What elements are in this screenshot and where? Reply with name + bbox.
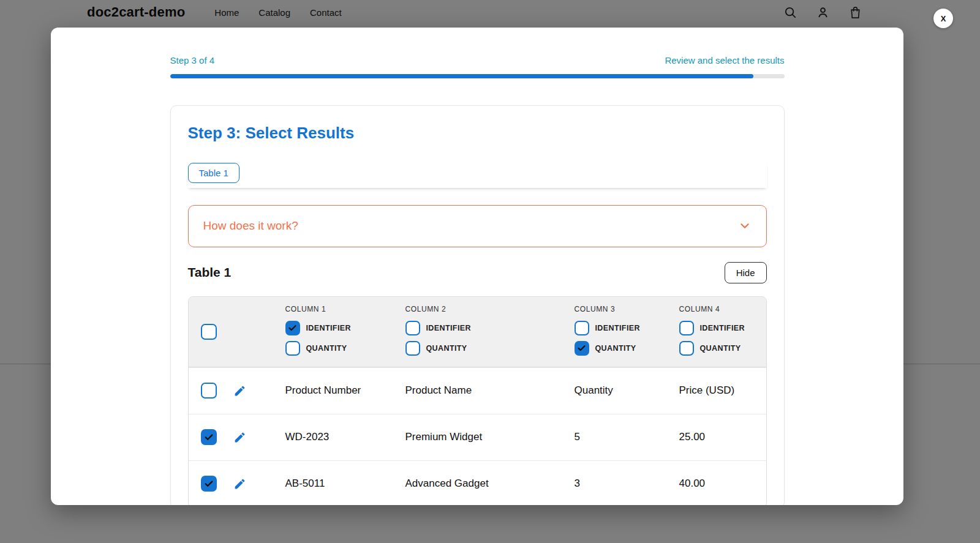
row-cell: Quantity	[575, 384, 679, 397]
row-cell: Advanced Gadget	[405, 477, 575, 490]
results-card: Step 3: Select Results Table 1 How does …	[170, 105, 785, 505]
row-select-checkbox[interactable]	[201, 383, 217, 399]
column-1-quantity-option[interactable]: QUANTITY	[285, 341, 405, 356]
identifier-label: IDENTIFIER	[700, 324, 745, 332]
table-row: WD-2023 Premium Widget 5 25.00	[189, 414, 766, 460]
quantity-label: QUANTITY	[700, 344, 741, 353]
modal: Step 3 of 4 Review and select the result…	[51, 28, 903, 505]
identifier-checkbox-col3[interactable]	[575, 321, 589, 335]
row-cell: Product Name	[405, 384, 575, 397]
table-head: COLUMN 1 IDENTIFIER QUANTITY COLUMN 2	[189, 297, 766, 367]
accordion-label: How does it work?	[203, 219, 298, 233]
table-header-row: Table 1 Hide	[188, 262, 767, 283]
column-4-quantity-option[interactable]: QUANTITY	[679, 341, 766, 356]
progress-header: Step 3 of 4 Review and select the result…	[170, 55, 785, 66]
table-row: Product Number Product Name Quantity Pri…	[189, 367, 766, 414]
row-cell: AB-5011	[285, 477, 405, 490]
edit-row-button[interactable]	[233, 384, 246, 397]
row-cell: WD-2023	[285, 431, 405, 443]
quantity-label: QUANTITY	[306, 344, 347, 353]
identifier-label: IDENTIFIER	[306, 324, 351, 332]
identifier-checkbox-col2[interactable]	[405, 321, 420, 335]
table-title: Table 1	[188, 265, 232, 280]
row-select-checkbox[interactable]	[201, 429, 217, 445]
column-3-header: COLUMN 3	[575, 305, 679, 313]
tab-strip: Table 1	[188, 163, 767, 188]
row-cell: 40.00	[679, 477, 766, 490]
how-it-works-accordion[interactable]: How does it work?	[188, 205, 767, 247]
row-cell: 3	[575, 477, 679, 490]
column-2-header: COLUMN 2	[405, 305, 575, 313]
column-3-quantity-option[interactable]: QUANTITY	[575, 341, 679, 356]
step-indicator: Step 3 of 4	[170, 55, 215, 66]
quantity-checkbox-col3[interactable]	[575, 341, 589, 356]
identifier-checkbox-col4[interactable]	[679, 321, 694, 335]
progress-fill	[170, 74, 754, 78]
tab-table-1[interactable]: Table 1	[188, 163, 239, 183]
column-4-identifier-option[interactable]: IDENTIFIER	[679, 321, 766, 335]
results-table: COLUMN 1 IDENTIFIER QUANTITY COLUMN 2	[188, 296, 767, 506]
row-select-checkbox[interactable]	[201, 476, 217, 492]
quantity-label: QUANTITY	[426, 344, 467, 353]
identifier-label: IDENTIFIER	[595, 324, 640, 332]
column-4-cell: COLUMN 4 IDENTIFIER QUANTITY	[679, 297, 766, 361]
select-all-checkbox[interactable]	[201, 324, 217, 340]
edit-row-button[interactable]	[233, 431, 246, 444]
column-2-cell: COLUMN 2 IDENTIFIER QUANTITY	[405, 297, 575, 361]
column-2-identifier-option[interactable]: IDENTIFIER	[405, 321, 575, 335]
column-1-header: COLUMN 1	[285, 305, 405, 313]
row-cell: 5	[575, 431, 679, 443]
column-1-identifier-option[interactable]: IDENTIFIER	[285, 321, 405, 335]
edit-row-button[interactable]	[233, 477, 246, 490]
row-cell: Product Number	[285, 384, 405, 397]
identifier-label: IDENTIFIER	[426, 324, 471, 332]
column-4-header: COLUMN 4	[679, 305, 766, 313]
column-3-identifier-option[interactable]: IDENTIFIER	[575, 321, 679, 335]
hide-button[interactable]: Hide	[725, 262, 767, 283]
row-cell: Price (USD)	[679, 384, 766, 397]
card-title: Step 3: Select Results	[188, 123, 767, 143]
quantity-checkbox-col4[interactable]	[679, 341, 694, 356]
quantity-checkbox-col2[interactable]	[405, 341, 420, 356]
column-1-cell: COLUMN 1 IDENTIFIER QUANTITY	[285, 297, 405, 361]
progress-bar	[170, 74, 785, 78]
column-2-quantity-option[interactable]: QUANTITY	[405, 341, 575, 356]
row-cell: 25.00	[679, 431, 766, 443]
column-3-cell: COLUMN 3 IDENTIFIER QUANTITY	[575, 297, 679, 361]
quantity-label: QUANTITY	[595, 344, 636, 353]
identifier-checkbox-col1[interactable]	[285, 321, 300, 335]
quantity-checkbox-col1[interactable]	[285, 341, 300, 356]
step-description: Review and select the results	[665, 55, 784, 66]
modal-close-button[interactable]: X	[933, 9, 953, 28]
chevron-down-icon	[738, 219, 752, 233]
table-row: AB-5011 Advanced Gadget 3 40.00	[189, 460, 766, 506]
row-cell: Premium Widget	[405, 431, 575, 443]
